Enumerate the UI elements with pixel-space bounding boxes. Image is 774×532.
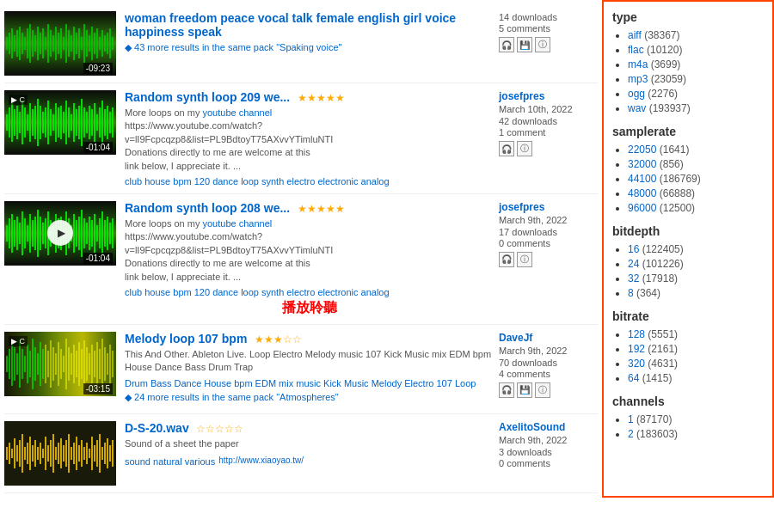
- filter-count: (101226): [639, 258, 683, 270]
- result-title-2[interactable]: Random synth loop 209 we...: [125, 90, 290, 104]
- thumbnail-3[interactable]: -01:04: [4, 201, 116, 266]
- info-icon-3[interactable]: ⓘ: [517, 252, 532, 267]
- svg-rect-191: [63, 445, 64, 462]
- svg-rect-42: [6, 114, 8, 131]
- info-icon[interactable]: ⓘ: [535, 37, 550, 52]
- filter-link-24[interactable]: 24: [628, 258, 639, 270]
- info-icon-4[interactable]: ⓘ: [535, 382, 550, 398]
- thumbnail-4[interactable]: ▶ C -03:15: [4, 332, 116, 396]
- result-title-1[interactable]: woman freedom peace vocal talk female en…: [125, 11, 456, 39]
- svg-rect-11: [34, 35, 36, 52]
- result-item-2: ▶ C -01:04 Random synth loop 209 we... ★…: [4, 83, 598, 194]
- more-results-link-1[interactable]: 43 more results in the same pack "Spakin…: [134, 42, 341, 52]
- meta-author-2[interactable]: josefpres: [499, 90, 598, 102]
- svg-rect-78: [99, 107, 101, 138]
- svg-rect-92: [27, 225, 28, 242]
- filter-title-type: type: [612, 10, 764, 24]
- filter-link-22050[interactable]: 22050: [628, 144, 656, 156]
- svg-rect-7: [24, 37, 26, 50]
- filter-list-item: 32000 (856): [628, 158, 764, 170]
- more-results-link-4[interactable]: 24 more results in the same pack "Atmosp…: [134, 392, 339, 402]
- result-title-3[interactable]: Random synth loop 208 we...: [125, 201, 290, 215]
- filter-link-ogg[interactable]: ogg: [628, 88, 645, 100]
- filter-link-32000[interactable]: 32000: [628, 158, 656, 170]
- filter-link-mp3[interactable]: mp3: [628, 73, 648, 85]
- filter-link-1[interactable]: 1: [628, 413, 634, 425]
- speaker-icon-4[interactable]: 💾: [517, 382, 532, 398]
- result-tags-4[interactable]: Drum Bass Dance House bpm EDM mix music …: [125, 378, 494, 388]
- svg-rect-75: [91, 109, 93, 136]
- svg-rect-130: [14, 347, 15, 381]
- filter-link-320[interactable]: 320: [628, 358, 645, 370]
- play-button-3[interactable]: [47, 220, 73, 246]
- svg-rect-80: [104, 109, 106, 136]
- svg-rect-84: [6, 225, 8, 242]
- result-title-4[interactable]: Melody loop 107 bpm: [125, 332, 247, 345]
- filter-count: (87170): [634, 413, 673, 425]
- filter-link-m4a[interactable]: m4a: [628, 58, 648, 70]
- results-panel: -09:23 woman freedom peace vocal talk fe…: [0, 0, 602, 498]
- play-text-3[interactable]: 播放聆聽: [125, 299, 494, 317]
- filter-link-128[interactable]: 128: [628, 328, 645, 340]
- svg-rect-99: [45, 218, 46, 248]
- result-title-5[interactable]: D-S-20.wav: [125, 421, 189, 435]
- result-tags-3[interactable]: club house bpm 120 dance loop synth elec…: [125, 287, 494, 297]
- meta-icons-1: 🎧 💾 ⓘ: [499, 37, 598, 52]
- filter-link-8[interactable]: 8: [628, 287, 634, 299]
- svg-rect-120: [99, 218, 101, 248]
- headphone-icon-3[interactable]: 🎧: [499, 252, 514, 267]
- filter-link-96000[interactable]: 96000: [628, 202, 656, 214]
- meta-author-5[interactable]: AxelitoSound: [499, 421, 598, 433]
- filter-count: (193937): [646, 102, 690, 114]
- headphone-icon[interactable]: 🎧: [499, 37, 514, 52]
- svg-rect-163: [99, 349, 101, 379]
- filter-list-type: aiff (38367)flac (10120)m4a (3699)mp3 (2…: [612, 29, 764, 114]
- svg-rect-48: [22, 101, 23, 144]
- filter-link-aiff[interactable]: aiff: [628, 29, 642, 41]
- svg-rect-27: [76, 33, 77, 54]
- result-tags-5[interactable]: sound natural various: [125, 456, 215, 467]
- meta-author-4[interactable]: DaveJf: [499, 332, 598, 344]
- svg-rect-62: [58, 107, 59, 138]
- filter-link-44100[interactable]: 44100: [628, 173, 656, 185]
- filter-link-flac[interactable]: flac: [628, 44, 644, 56]
- thumbnail-2[interactable]: ▶ C -01:04: [4, 90, 116, 155]
- svg-rect-19: [55, 27, 57, 60]
- result-tags-2[interactable]: club house bpm 120 dance loop synth elec…: [125, 176, 494, 187]
- filter-link-32[interactable]: 32: [628, 272, 639, 284]
- filter-title-samplerate: samplerate: [612, 125, 764, 138]
- svg-rect-66: [68, 107, 70, 138]
- filter-list-item: 64 (1415): [628, 372, 764, 384]
- tag-url-5[interactable]: http://www.xiaoyao.tw/: [218, 456, 304, 465]
- svg-rect-138: [34, 347, 36, 381]
- svg-rect-55: [40, 106, 41, 139]
- filter-link-wav[interactable]: wav: [628, 102, 646, 114]
- svg-rect-8: [27, 28, 28, 58]
- filter-count: (1641): [656, 144, 689, 156]
- meta-author-3[interactable]: josefpres: [499, 201, 598, 213]
- filter-link-2[interactable]: 2: [628, 428, 634, 440]
- filter-section-samplerate: samplerate22050 (1641)32000 (856)44100 (…: [612, 125, 764, 214]
- svg-rect-140: [40, 342, 41, 386]
- svg-rect-149: [63, 356, 64, 372]
- svg-rect-28: [78, 28, 80, 58]
- filter-link-192[interactable]: 192: [628, 343, 645, 355]
- filter-link-48000[interactable]: 48000: [628, 187, 656, 199]
- thumbnail-1[interactable]: -09:23: [4, 11, 116, 76]
- result-desc-2: More loops on my youtube channelhttps://…: [125, 107, 494, 173]
- filter-count: (4631): [645, 358, 678, 370]
- headphone-icon-2[interactable]: 🎧: [499, 141, 514, 156]
- thumbnail-5[interactable]: [4, 421, 116, 486]
- filter-link-16[interactable]: 16: [628, 243, 639, 255]
- filter-title-bitdepth: bitdepth: [612, 224, 764, 238]
- filter-sidebar: typeaiff (38367)flac (10120)m4a (3699)mp…: [602, 0, 774, 498]
- svg-rect-85: [9, 218, 10, 248]
- svg-rect-205: [99, 434, 101, 473]
- filter-link-64[interactable]: 64: [628, 372, 639, 384]
- headphone-icon-4[interactable]: 🎧: [499, 382, 514, 398]
- speaker-icon[interactable]: 💾: [517, 37, 532, 52]
- svg-rect-12: [37, 27, 39, 60]
- info-icon-2[interactable]: ⓘ: [517, 141, 532, 156]
- result-content-3: Random synth loop 208 we... ★★★★★ More l…: [125, 201, 494, 317]
- filter-count: (364): [634, 287, 660, 299]
